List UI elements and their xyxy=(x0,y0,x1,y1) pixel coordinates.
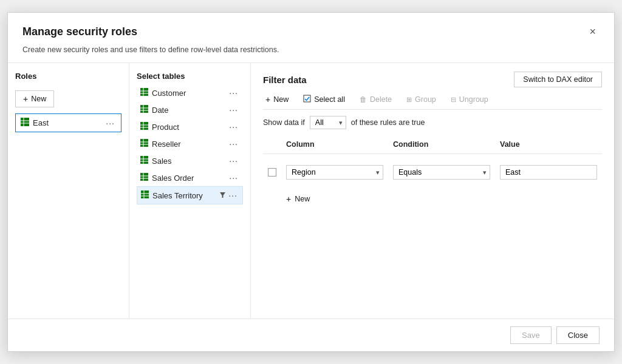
show-data-row: Show data if All Any of these rules are … xyxy=(263,116,602,129)
table-grid-icon xyxy=(140,156,148,166)
table-item-actions: ··· xyxy=(228,88,239,98)
group-icon: ⊞ xyxy=(406,96,412,104)
condition-select[interactable]: All Any xyxy=(310,116,346,129)
add-new-filter-row[interactable]: + New xyxy=(263,190,602,207)
delete-button[interactable]: 🗑 Delete xyxy=(357,94,394,105)
table-grid-icon xyxy=(140,139,148,149)
condition-value-select[interactable]: Equals Does not equal Contains xyxy=(393,165,490,180)
table-list-item-inner: Customer xyxy=(140,88,224,98)
table-list-item-inner: Product xyxy=(140,122,224,132)
group-label: Group xyxy=(415,95,436,104)
svg-rect-0 xyxy=(21,118,29,126)
new-role-button[interactable]: + New xyxy=(15,90,54,107)
select-all-button[interactable]: Select all xyxy=(301,93,347,106)
filter-title: Filter data xyxy=(263,75,307,85)
tables-list: Customer··· Date··· Product··· Reseller·… xyxy=(137,84,243,204)
condition-header: Condition xyxy=(388,138,495,151)
svg-marker-32 xyxy=(220,192,225,198)
table-item-actions: ··· xyxy=(228,139,239,149)
dialog-body: Roles + New East ·· xyxy=(8,62,614,318)
svg-rect-28 xyxy=(141,190,149,198)
tables-panel: Select tables Customer··· Date··· Produc… xyxy=(129,63,251,318)
svg-rect-12 xyxy=(140,122,148,130)
filter-toolbar: + New Select all 🗑 Delete xyxy=(263,93,602,110)
table-name: Product xyxy=(152,123,179,132)
group-button[interactable]: ⊞ Group xyxy=(404,94,439,105)
checkbox-icon xyxy=(303,95,311,104)
table-list-item[interactable]: Reseller··· xyxy=(137,135,243,152)
checkbox-col-header xyxy=(263,138,281,151)
table-list-item[interactable]: Date··· xyxy=(137,101,243,118)
table-list-item-inner: Sales xyxy=(140,156,224,166)
table-list-item[interactable]: Sales Territory ··· xyxy=(137,186,243,204)
role-item[interactable]: East ··· xyxy=(15,113,121,132)
table-item-actions: ··· xyxy=(228,105,239,115)
table-item-actions: ··· xyxy=(219,190,239,200)
switch-to-dax-button[interactable]: Switch to DAX editor xyxy=(514,72,602,87)
select-all-label: Select all xyxy=(314,95,345,104)
filter-active-icon xyxy=(219,192,226,200)
table-grid-icon xyxy=(140,88,148,98)
show-data-suffix: of these rules are true xyxy=(351,118,425,127)
filter-new-label: New xyxy=(273,95,289,104)
svg-rect-4 xyxy=(140,88,148,96)
table-grid-icon xyxy=(140,105,148,115)
table-options-button[interactable]: ··· xyxy=(228,156,239,166)
role-table-icon xyxy=(21,118,29,128)
table-options-button[interactable]: ··· xyxy=(228,105,239,115)
delete-icon: 🗑 xyxy=(360,95,367,104)
filter-row-checkbox-cell xyxy=(263,167,281,178)
filter-row-checkbox[interactable] xyxy=(268,168,276,177)
table-list-item[interactable]: Sales Order··· xyxy=(137,169,243,186)
condition-select-wrapper: All Any xyxy=(310,116,346,129)
new-role-label: New xyxy=(31,95,46,103)
filter-value-input[interactable] xyxy=(500,165,597,180)
roles-panel: Roles + New East ·· xyxy=(8,63,129,318)
column-select-wrapper: Region xyxy=(286,165,383,180)
tables-panel-title: Select tables xyxy=(137,72,243,81)
role-name: East xyxy=(33,118,49,127)
table-name: Sales xyxy=(152,157,172,166)
table-options-button[interactable]: ··· xyxy=(228,122,239,132)
filter-new-button[interactable]: + New xyxy=(263,93,291,106)
table-name: Reseller xyxy=(152,140,181,149)
svg-rect-16 xyxy=(140,139,148,147)
table-options-button[interactable]: ··· xyxy=(227,190,239,200)
roles-panel-title: Roles xyxy=(15,72,121,81)
condition-select-wrapper2: Equals Does not equal Contains xyxy=(393,165,490,180)
table-list-item-inner: Reseller xyxy=(140,139,224,149)
table-item-actions: ··· xyxy=(228,156,239,166)
dialog-header: Manage security roles × xyxy=(8,13,614,43)
svg-rect-8 xyxy=(140,105,148,113)
table-list-item[interactable]: Product··· xyxy=(137,118,243,135)
table-options-button[interactable]: ··· xyxy=(228,173,239,183)
svg-rect-20 xyxy=(140,156,148,164)
value-header: Value xyxy=(495,138,602,151)
filter-header: Filter data Switch to DAX editor xyxy=(263,72,602,87)
role-options-button[interactable]: ··· xyxy=(104,118,116,128)
table-options-button[interactable]: ··· xyxy=(228,88,239,98)
ungroup-label: Ungroup xyxy=(459,95,488,104)
table-list-item-inner: Sales Territory xyxy=(141,190,216,200)
ungroup-button[interactable]: ⊟ Ungroup xyxy=(448,94,491,105)
close-icon[interactable]: × xyxy=(586,25,600,38)
table-list-item-inner: Sales Order xyxy=(140,173,224,183)
table-list-item[interactable]: Sales··· xyxy=(137,152,243,169)
column-select[interactable]: Region xyxy=(286,165,383,180)
plus-icon-filter: + xyxy=(265,95,270,104)
footer-close-button[interactable]: Close xyxy=(556,326,600,344)
filter-panel: Filter data Switch to DAX editor + New xyxy=(251,63,614,318)
filter-row: Region Equals Does not equal Contains xyxy=(263,160,602,184)
save-button[interactable]: Save xyxy=(510,326,552,344)
table-name: Date xyxy=(152,106,168,115)
table-list-item[interactable]: Customer··· xyxy=(137,84,243,101)
filter-row-value-cell xyxy=(495,164,602,181)
table-name: Sales Order xyxy=(152,174,194,183)
table-item-actions: ··· xyxy=(228,122,239,132)
svg-rect-33 xyxy=(304,95,310,102)
column-header: Column xyxy=(281,138,388,151)
table-options-button[interactable]: ··· xyxy=(228,139,239,149)
filter-row-condition-cell: Equals Does not equal Contains xyxy=(388,164,495,181)
svg-rect-24 xyxy=(140,173,148,181)
dialog-subtitle: Create new security roles and use filter… xyxy=(8,43,614,62)
